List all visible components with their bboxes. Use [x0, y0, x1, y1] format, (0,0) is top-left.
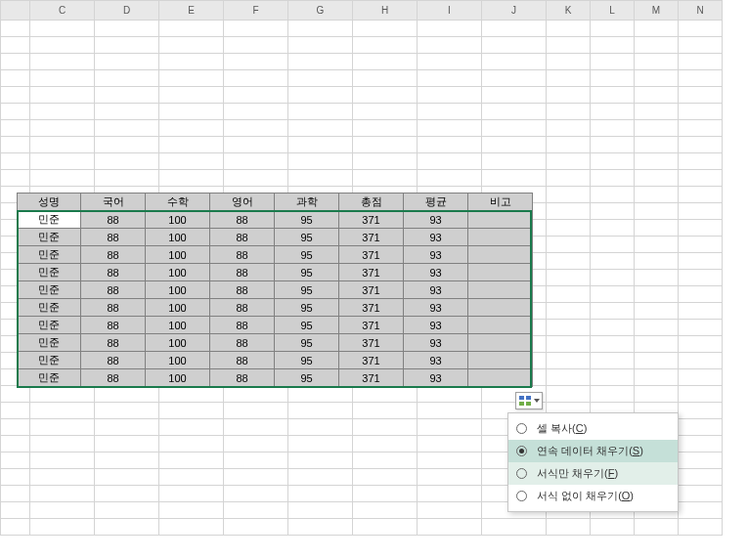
cell[interactable]	[30, 419, 95, 436]
data-cell[interactable]: 93	[404, 229, 468, 246]
cell[interactable]	[288, 170, 353, 187]
cell[interactable]	[95, 452, 159, 469]
cell[interactable]	[591, 137, 635, 153]
data-cell[interactable]	[468, 299, 533, 317]
data-header-cell[interactable]: 영어	[210, 194, 275, 211]
cell[interactable]	[159, 87, 224, 104]
cell[interactable]	[635, 353, 679, 369]
data-cell[interactable]: 민준	[18, 369, 81, 387]
cell[interactable]	[95, 21, 159, 37]
data-cell[interactable]: 88	[210, 246, 275, 264]
cell[interactable]	[547, 303, 591, 320]
cell[interactable]	[547, 54, 591, 70]
cell[interactable]	[418, 120, 482, 137]
cell[interactable]	[95, 519, 159, 536]
cell[interactable]	[418, 170, 482, 187]
data-cell[interactable]: 93	[404, 264, 468, 281]
cell[interactable]	[418, 386, 482, 403]
data-cell[interactable]: 95	[275, 299, 339, 317]
cell[interactable]	[30, 137, 95, 153]
data-cell[interactable]: 100	[146, 229, 210, 246]
cell[interactable]	[591, 187, 635, 203]
data-cell[interactable]: 민준	[18, 299, 81, 317]
cell[interactable]	[418, 54, 482, 70]
cell[interactable]	[159, 21, 224, 37]
cell[interactable]	[635, 336, 679, 353]
cell[interactable]	[418, 21, 482, 37]
data-cell[interactable]	[468, 229, 533, 246]
cell[interactable]	[679, 104, 723, 120]
cell[interactable]	[679, 320, 723, 336]
cell[interactable]	[591, 336, 635, 353]
data-cell[interactable]: 88	[81, 369, 146, 387]
data-cell[interactable]: 88	[81, 334, 146, 352]
cell[interactable]	[591, 286, 635, 303]
cell[interactable]	[679, 137, 723, 153]
data-cell[interactable]: 371	[339, 352, 404, 369]
data-header-cell[interactable]: 비고	[468, 194, 533, 211]
cell[interactable]	[591, 519, 635, 536]
cell[interactable]	[547, 286, 591, 303]
cell[interactable]	[1, 486, 30, 502]
cell[interactable]	[547, 153, 591, 170]
cell[interactable]	[679, 303, 723, 320]
cell[interactable]	[679, 286, 723, 303]
data-cell[interactable]: 371	[339, 229, 404, 246]
cell[interactable]	[591, 203, 635, 220]
cell[interactable]	[547, 21, 591, 37]
cell[interactable]	[353, 452, 418, 469]
cell[interactable]	[224, 87, 288, 104]
cell[interactable]	[635, 203, 679, 220]
cell[interactable]	[353, 403, 418, 419]
cell[interactable]	[635, 104, 679, 120]
cell[interactable]	[1, 21, 30, 37]
data-cell[interactable]	[468, 281, 533, 299]
data-cell[interactable]	[468, 352, 533, 369]
data-header-cell[interactable]: 국어	[81, 194, 146, 211]
cell[interactable]	[30, 386, 95, 403]
cell[interactable]	[95, 386, 159, 403]
cell[interactable]	[482, 70, 547, 87]
cell[interactable]	[95, 502, 159, 519]
cell[interactable]	[547, 320, 591, 336]
data-cell[interactable]: 88	[81, 317, 146, 334]
cell[interactable]	[482, 104, 547, 120]
cell[interactable]	[679, 403, 723, 419]
cell[interactable]	[547, 270, 591, 286]
cell[interactable]	[1, 502, 30, 519]
cell[interactable]	[288, 386, 353, 403]
cell[interactable]	[591, 104, 635, 120]
cell[interactable]	[224, 452, 288, 469]
data-cell[interactable]: 371	[339, 317, 404, 334]
cell[interactable]	[288, 403, 353, 419]
cell[interactable]	[635, 153, 679, 170]
autofill-options-button[interactable]	[515, 392, 543, 409]
col-header[interactable]: M	[635, 1, 679, 21]
cell[interactable]	[30, 153, 95, 170]
cell[interactable]	[95, 170, 159, 187]
cell[interactable]	[482, 170, 547, 187]
cell[interactable]	[591, 386, 635, 403]
data-cell[interactable]: 88	[81, 281, 146, 299]
data-cell[interactable]: 민준	[18, 211, 81, 229]
cell[interactable]	[288, 87, 353, 104]
cell[interactable]	[288, 37, 353, 54]
data-cell[interactable]: 88	[210, 299, 275, 317]
autofill-menu-item[interactable]: 연속 데이터 채우기(S)	[508, 440, 678, 462]
cell[interactable]	[591, 21, 635, 37]
col-header[interactable]: H	[353, 1, 418, 21]
cell[interactable]	[679, 419, 723, 436]
cell[interactable]	[30, 104, 95, 120]
cell[interactable]	[1, 137, 30, 153]
data-cell[interactable]: 민준	[18, 317, 81, 334]
cell[interactable]	[418, 137, 482, 153]
cell[interactable]	[224, 37, 288, 54]
cell[interactable]	[591, 220, 635, 237]
cell[interactable]	[679, 436, 723, 452]
cell[interactable]	[353, 436, 418, 452]
data-header-cell[interactable]: 성명	[18, 194, 81, 211]
cell[interactable]	[482, 153, 547, 170]
cell[interactable]	[635, 120, 679, 137]
col-header[interactable]: E	[159, 1, 224, 21]
cell[interactable]	[679, 153, 723, 170]
